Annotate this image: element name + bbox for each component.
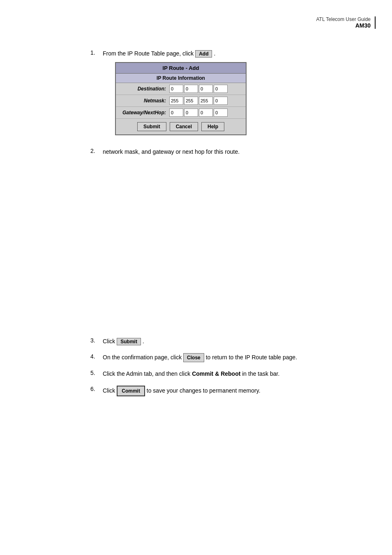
netmask-octet-4[interactable]	[214, 97, 228, 105]
destination-octet-3[interactable]	[199, 85, 213, 93]
gateway-label: Gateway/NextHop:	[120, 110, 169, 116]
destination-label: Destination:	[120, 86, 169, 92]
step-5-bold: Commit & Reboot	[192, 370, 240, 377]
main-content: 1. From the IP Route Table page, click A…	[90, 49, 370, 156]
gateway-row: Gateway/NextHop:	[116, 107, 246, 119]
step-6-prefix: Click	[103, 387, 115, 394]
dialog-buttons: Submit Cancel Help	[116, 119, 246, 134]
step-6-number: 6.	[90, 386, 99, 392]
step-4-suffix: to return to the IP Route table page.	[206, 354, 297, 361]
gateway-octet-3[interactable]	[199, 109, 213, 117]
gateway-fields	[169, 109, 228, 117]
step-3-content: Click Submit .	[103, 337, 144, 346]
close-button-inline: Close	[183, 353, 204, 362]
netmask-fields	[169, 97, 228, 105]
step-5: 5. Click the Admin tab, and then click C…	[90, 370, 370, 378]
step-2-text: network mask, and gateway or next hop fo…	[103, 148, 240, 156]
step-1-text: From the IP Route Table page, click	[103, 50, 194, 57]
step-4-prefix: On the confirmation page, click	[103, 354, 182, 361]
gateway-octet-1[interactable]	[169, 109, 183, 117]
netmask-row: Netmask:	[116, 95, 246, 107]
gateway-octet-2[interactable]	[184, 109, 198, 117]
step-4-content: On the confirmation page, click Close to…	[103, 353, 297, 362]
step-1-number: 1.	[90, 49, 99, 56]
netmask-label: Netmask:	[120, 98, 169, 104]
page-header: ATL Telecom User Guide AM30	[316, 16, 376, 29]
destination-row: Destination:	[116, 83, 246, 95]
netmask-octet-1[interactable]	[169, 97, 183, 105]
step-6-suffix: to save your changes to permanent memory…	[147, 387, 261, 394]
netmask-octet-3[interactable]	[199, 97, 213, 105]
step-5-number: 5.	[90, 370, 99, 376]
destination-octet-4[interactable]	[214, 85, 228, 93]
step-2-number: 2.	[90, 148, 99, 154]
header-model: AM30	[316, 22, 371, 29]
step-5-content: Click the Admin tab, and then click Comm…	[103, 370, 279, 378]
step-4: 4. On the confirmation page, click Close…	[90, 353, 370, 362]
commit-button-inline: Commit	[117, 386, 145, 396]
step-1: 1. From the IP Route Table page, click A…	[90, 49, 370, 139]
gateway-octet-4[interactable]	[214, 109, 228, 117]
submit-button-inline: Submit	[117, 338, 141, 345]
step-3-period: .	[143, 338, 144, 345]
destination-fields	[169, 85, 228, 93]
step-3-prefix: Click	[103, 338, 115, 345]
step-6: 6. Click Commit to save your changes to …	[90, 386, 370, 396]
lower-steps: 3. Click Submit . 4. On the confirmation…	[90, 337, 370, 396]
step-3-number: 3.	[90, 337, 99, 344]
step-4-number: 4.	[90, 353, 99, 360]
step-5-prefix: Click the Admin tab, and then click	[103, 370, 190, 377]
add-button-inline: Add	[195, 50, 212, 58]
step-2: 2. network mask, and gateway or next hop…	[90, 148, 370, 156]
destination-octet-2[interactable]	[184, 85, 198, 93]
dialog-help-button[interactable]: Help	[201, 122, 224, 131]
dialog-title: IP Route - Add	[116, 63, 246, 74]
netmask-octet-2[interactable]	[184, 97, 198, 105]
dialog-submit-button[interactable]: Submit	[137, 122, 166, 131]
step-3: 3. Click Submit .	[90, 337, 370, 346]
header-title: ATL Telecom User Guide	[316, 16, 371, 22]
destination-octet-1[interactable]	[169, 85, 183, 93]
step-5-suffix: in the task bar.	[242, 370, 279, 377]
step-1-content: From the IP Route Table page, click Add …	[103, 49, 247, 139]
ip-route-dialog: IP Route - Add IP Route Information Dest…	[115, 62, 247, 135]
step-6-content: Click Commit to save your changes to per…	[103, 386, 261, 396]
dialog-subtitle: IP Route Information	[116, 74, 246, 83]
dialog-cancel-button[interactable]: Cancel	[170, 122, 198, 131]
step-1-period: .	[214, 50, 215, 57]
